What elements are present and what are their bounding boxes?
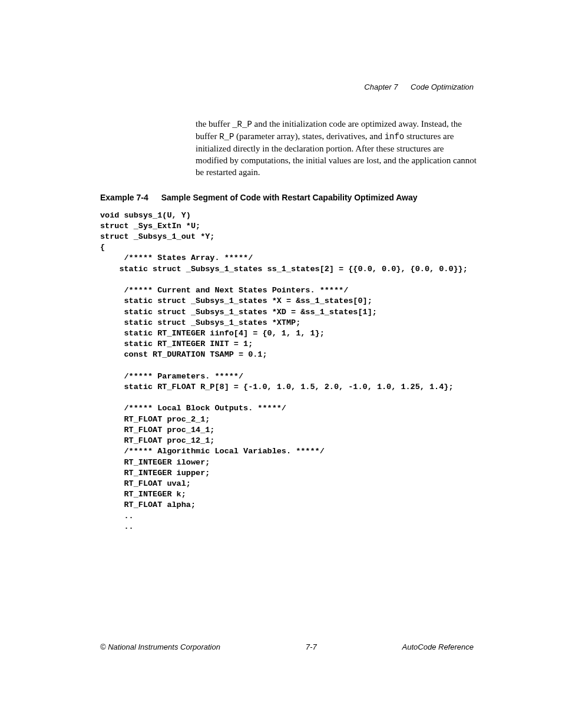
- page-footer: © National Instruments Corporation 7-7 A…: [100, 643, 474, 651]
- example-label: Example 7-4: [100, 193, 148, 202]
- page-content: the buffer _R_P and the initialization c…: [0, 0, 562, 532]
- chapter-title: Code Optimization: [411, 83, 474, 91]
- example-heading: Example 7-4Sample Segment of Code with R…: [100, 193, 477, 202]
- footer-copyright: © National Instruments Corporation: [100, 643, 220, 651]
- para-text: the buffer: [196, 119, 232, 129]
- inline-code: _R_P: [232, 120, 252, 129]
- page-header: Chapter 7 Code Optimization: [364, 83, 474, 91]
- example-title: Sample Segment of Code with Restart Capa…: [161, 193, 418, 202]
- footer-page-number: 7-7: [306, 643, 317, 651]
- code-block: void subsys_1(U, Y) struct _Sys_ExtIn *U…: [100, 210, 477, 533]
- inline-code: info: [385, 132, 405, 141]
- footer-doc-title: AutoCode Reference: [402, 643, 474, 651]
- chapter-label: Chapter 7: [364, 83, 398, 91]
- body-paragraph: the buffer _R_P and the initialization c…: [196, 118, 477, 179]
- inline-code: R_P: [219, 132, 234, 141]
- para-text: (parameter array), states, derivatives, …: [234, 131, 384, 141]
